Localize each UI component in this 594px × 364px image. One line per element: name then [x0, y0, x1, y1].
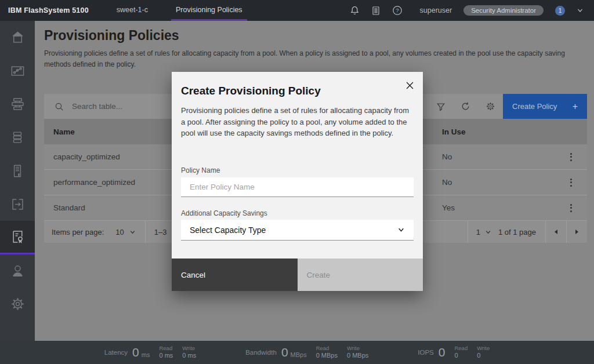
modal-title: Create Provisioning Policy [181, 85, 321, 97]
filter-icon[interactable] [428, 94, 453, 119]
sidebar-item-home[interactable] [0, 21, 35, 54]
page-description: Provisioning policies define a set of ru… [44, 48, 587, 70]
policy-name-input[interactable] [181, 177, 414, 197]
overflow-menu-icon[interactable] [555, 153, 587, 161]
table-settings-gear-icon[interactable] [478, 94, 503, 119]
page-title: Provisioning Policies [44, 28, 179, 43]
capacity-type-value: Select Capacity Type [190, 225, 266, 235]
page-number-value[interactable]: 1 [468, 228, 484, 236]
role-badge: Security Administrator [463, 5, 544, 16]
overflow-menu-icon[interactable] [555, 204, 587, 212]
access-icon [10, 263, 26, 279]
event-log-icon[interactable] [371, 6, 381, 16]
modal-footer: Cancel Create [172, 259, 423, 291]
bell-icon[interactable] [350, 6, 360, 16]
create-button[interactable]: Create [298, 259, 423, 291]
search-icon [55, 102, 64, 111]
cell-in-use: No [433, 178, 555, 187]
capacity-savings-label: Additional Capacity Savings [181, 209, 267, 217]
modal-description: Provisioning policies define a set of ru… [181, 105, 414, 139]
hosts-icon [10, 163, 25, 179]
sidebar-nav [0, 21, 35, 341]
help-icon[interactable]: ? [392, 5, 403, 16]
chevron-down-icon [397, 226, 405, 234]
monitoring-icon [10, 63, 26, 79]
plus-icon: + [573, 101, 578, 112]
sidebar-item-pools[interactable] [0, 88, 35, 121]
cell-in-use: No [433, 152, 555, 161]
chevron-down-icon[interactable] [129, 229, 136, 235]
iops-metric: IOPS 0 Read 0 Write 0 [418, 345, 490, 360]
gear-icon [10, 296, 26, 312]
sidebar-item-hosts[interactable] [0, 154, 35, 188]
cell-in-use: Yes [433, 203, 555, 212]
notification-count-badge[interactable]: 1 [555, 6, 565, 16]
overflow-menu-icon[interactable] [555, 179, 587, 187]
volumes-icon [10, 130, 25, 145]
sidebar-item-volumes[interactable] [0, 121, 35, 155]
capacity-type-select[interactable]: Select Capacity Type [181, 220, 414, 241]
chevron-down-icon[interactable] [577, 7, 584, 14]
application-window: IBM FlashSystem 5100 sweet-1-c Provision… [0, 0, 594, 364]
page-info: 1 of 1 page [491, 228, 545, 236]
chevron-down-icon[interactable] [485, 229, 491, 235]
product-title: IBM FlashSystem 5100 [0, 0, 112, 21]
home-icon [10, 30, 26, 45]
tab-system-name[interactable]: sweet-1-c [112, 0, 153, 21]
create-policy-button[interactable]: Create Policy + [503, 94, 587, 119]
close-icon[interactable] [401, 77, 418, 94]
sidebar-item-policies[interactable] [0, 221, 35, 254]
refresh-icon[interactable] [453, 94, 478, 119]
bandwidth-metric: Bandwidth 0 MBps Read 0 MBps Write 0 MBp… [245, 345, 368, 360]
latency-metric: Latency 0 ms Read 0 ms Write 0 ms [104, 345, 196, 360]
column-header-in-use[interactable]: In Use [433, 128, 555, 136]
items-per-page-label: Items per page: [44, 228, 104, 236]
sidebar-item-access[interactable] [0, 254, 35, 288]
sidebar-item-monitoring[interactable] [0, 54, 35, 88]
sidebar-item-copy-services[interactable] [0, 188, 35, 221]
items-range: 1–3 [145, 221, 176, 243]
sidebar-item-settings[interactable] [0, 287, 35, 321]
create-provisioning-policy-modal: Create Provisioning Policy Provisioning … [172, 72, 423, 291]
tab-provisioning-policies[interactable]: Provisioning Policies [171, 0, 247, 21]
next-page-icon[interactable] [567, 221, 587, 243]
performance-bar: Latency 0 ms Read 0 ms Write 0 ms Bandwi… [0, 341, 594, 364]
policy-name-label: Policy Name [181, 166, 220, 174]
policies-icon [10, 229, 26, 245]
header-actions: ? superuser Security Administrator 1 [350, 0, 594, 21]
copy-services-icon [10, 196, 26, 212]
items-per-page-value[interactable]: 10 [115, 228, 124, 236]
pools-icon [10, 96, 26, 112]
prev-page-icon[interactable] [546, 221, 566, 243]
cancel-button[interactable]: Cancel [172, 259, 298, 291]
svg-text:?: ? [396, 7, 399, 13]
top-header: IBM FlashSystem 5100 sweet-1-c Provision… [0, 0, 594, 21]
username-label: superuser [420, 6, 452, 14]
